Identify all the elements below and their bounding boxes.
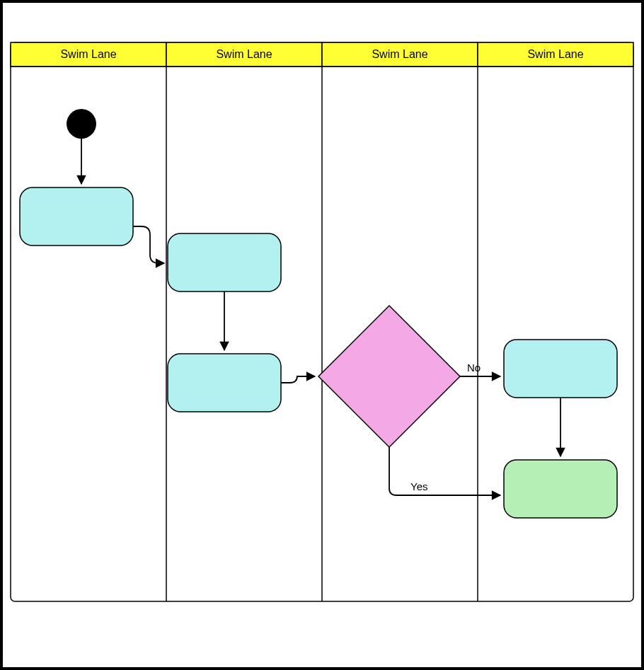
task-node-4[interactable] bbox=[504, 340, 617, 398]
lane-label-2: Swim Lane bbox=[216, 48, 272, 60]
edge-label-no: No bbox=[467, 362, 481, 374]
start-node[interactable] bbox=[67, 109, 96, 139]
task-node-2[interactable] bbox=[168, 233, 281, 291]
svg-marker-5 bbox=[318, 306, 460, 447]
edge-task1-task2 bbox=[133, 226, 164, 263]
edge-label-yes: Yes bbox=[410, 480, 427, 492]
swimlane-diagram: Swim Lane Swim Lane Swim Lane Swim Lane … bbox=[0, 0, 644, 670]
task-node-3[interactable] bbox=[168, 354, 281, 412]
edge-task3-decision bbox=[281, 376, 315, 383]
lane-label-4: Swim Lane bbox=[527, 48, 583, 60]
task-node-1[interactable] bbox=[20, 187, 133, 246]
lane-label-1: Swim Lane bbox=[60, 48, 116, 60]
decision-node[interactable] bbox=[318, 306, 460, 447]
lane-label-3: Swim Lane bbox=[372, 48, 427, 60]
end-task-node[interactable] bbox=[504, 460, 617, 518]
edge-decision-task5 bbox=[389, 447, 500, 495]
